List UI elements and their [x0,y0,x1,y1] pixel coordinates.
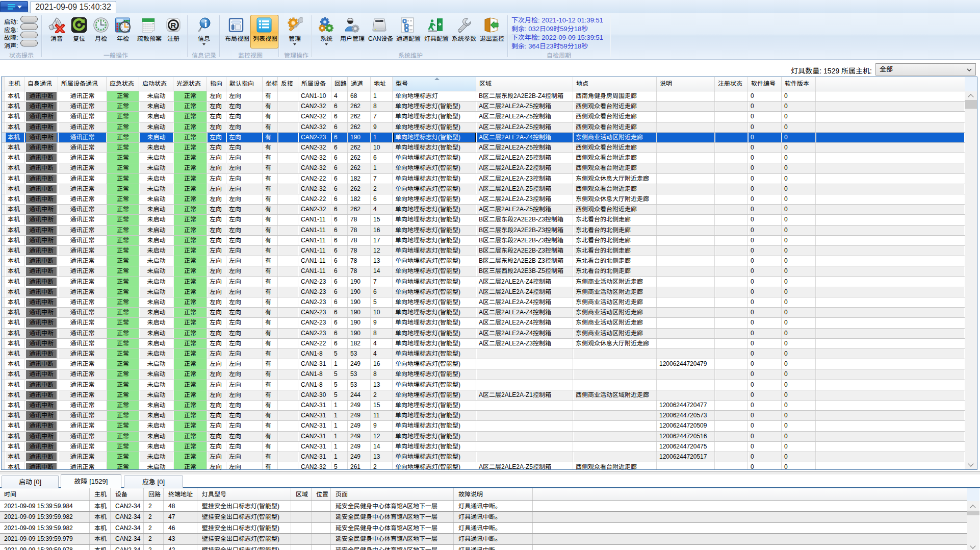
svg-text:R: R [171,21,176,30]
